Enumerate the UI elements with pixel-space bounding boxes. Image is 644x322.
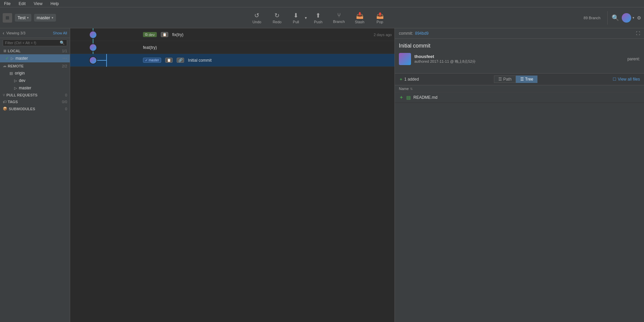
commit-title: Initial commit bbox=[399, 43, 640, 49]
tags-title: 🏷 TAGS bbox=[3, 100, 18, 104]
pull-requests-section: ⑂ PULL REQUESTS 0 bbox=[0, 92, 70, 98]
undo-button[interactable]: ↺ Undo bbox=[247, 10, 266, 26]
sidebar-item-origin-master[interactable]: ▷ master bbox=[0, 84, 70, 92]
menu-help[interactable]: Help bbox=[49, 1, 60, 6]
master-check-badge: ✓ bbox=[145, 58, 148, 62]
sidebar-item-origin-dev[interactable]: ▷ dev bbox=[0, 77, 70, 84]
commit-author-row: thousfeet authored 2017-11-11 @ 晚上8点52分 … bbox=[399, 53, 640, 65]
tree-tab[interactable]: ☰ Tree bbox=[516, 76, 537, 83]
view-all-files-link[interactable]: ☐ View all files bbox=[613, 77, 640, 82]
pop-label: Pop bbox=[377, 20, 383, 24]
remote-icon: ☁ bbox=[3, 64, 6, 68]
pull-icon: ⬇ bbox=[293, 12, 298, 19]
dev-icon-badge: 📋 bbox=[161, 32, 168, 37]
files-header: ＋ 1 added ☰ Path ☰ Tree ☐ View all files bbox=[395, 73, 644, 85]
branch-count-area: 89 Branch bbox=[581, 16, 603, 20]
commit-graph-feat bbox=[73, 41, 140, 54]
submodules-header[interactable]: 📦 SUBMODULES 0 bbox=[0, 105, 70, 112]
submodules-icon: 📦 bbox=[3, 107, 7, 111]
svg-rect-1 bbox=[6, 16, 9, 20]
pr-count: 0 bbox=[65, 93, 67, 97]
remote-section-title: ☁ REMOTE bbox=[3, 64, 24, 68]
toolbar: Test ▾ master ▾ ↺ Undo ↻ Redo ⬇ Pull ▾ ⬆… bbox=[0, 7, 644, 28]
app-icon[interactable] bbox=[3, 13, 12, 23]
stash-button[interactable]: 📥 Stash bbox=[350, 10, 369, 26]
commit-row-initial[interactable]: ✓ master 📋 🔗 Initial commit bbox=[70, 54, 394, 67]
sidebar-back-icon[interactable]: ‹ bbox=[3, 30, 4, 36]
origin-master-icon: ▷ bbox=[14, 86, 17, 90]
dev-branch-tag: ⧉ dev bbox=[143, 32, 157, 37]
sidebar-filter-area: 🔍 bbox=[3, 39, 67, 46]
sidebar-viewing: Viewing 3/3 bbox=[6, 31, 26, 35]
commit-message-initial: Initial commit bbox=[188, 58, 392, 63]
sidebar: ‹ Viewing 3/3 Show All 🔍 🖥 LOCAL 1/1 ✓ ▷… bbox=[0, 28, 70, 322]
master-icon-badge2: 🔗 bbox=[177, 58, 184, 63]
remote-section-header[interactable]: ☁ REMOTE 2/2 bbox=[0, 62, 70, 69]
files-view-tabs: ☰ Path ☰ Tree bbox=[494, 76, 537, 83]
redo-button[interactable]: ↻ Redo bbox=[268, 10, 287, 26]
added-icon: ＋ bbox=[399, 77, 403, 82]
local-section: 🖥 LOCAL 1/1 ✓ ▷ master ⋯ bbox=[0, 48, 70, 62]
repo-name: Test bbox=[18, 15, 26, 20]
settings-icon[interactable]: ⚙ bbox=[637, 15, 641, 21]
search-button[interactable]: 🔍 bbox=[612, 14, 619, 22]
user-avatar bbox=[622, 13, 631, 23]
show-all-link[interactable]: Show All bbox=[53, 31, 67, 35]
tags-section: 🏷 TAGS 0/0 bbox=[0, 98, 70, 105]
sort-icon: ⇅ bbox=[410, 87, 413, 91]
dev-tag-icon: ⧉ bbox=[145, 32, 148, 37]
local-section-header[interactable]: 🖥 LOCAL 1/1 bbox=[0, 48, 70, 54]
push-icon: ⬆ bbox=[316, 12, 321, 19]
file-name: README.md bbox=[413, 95, 437, 100]
expand-icon[interactable]: ⛶ bbox=[636, 31, 640, 36]
file-row-readme[interactable]: ＋ ▤ README.md bbox=[395, 92, 644, 103]
stash-icon: 📥 bbox=[356, 12, 363, 19]
tags-count: 0/0 bbox=[62, 100, 67, 104]
pull-requests-header[interactable]: ⑂ PULL REQUESTS 0 bbox=[0, 92, 70, 98]
submodules-section: 📦 SUBMODULES 0 bbox=[0, 105, 70, 112]
pr-icon: ⑂ bbox=[3, 93, 5, 97]
tags-header[interactable]: 🏷 TAGS 0/0 bbox=[0, 98, 70, 105]
branch-name: master bbox=[37, 15, 50, 20]
origin-dev-label: dev bbox=[19, 78, 67, 83]
redo-label: Redo bbox=[273, 20, 282, 24]
branch-selector[interactable]: master ▾ bbox=[34, 14, 56, 22]
user-avatar-area[interactable]: ▾ bbox=[622, 13, 634, 23]
toolbar-divider bbox=[607, 11, 608, 25]
repo-dropdown-arrow: ▾ bbox=[27, 16, 29, 20]
commit-graph-area: ⧉ dev 📋 fix(try) 2 days ago feat(try) bbox=[70, 28, 394, 322]
branch-dropdown-arrow: ▾ bbox=[52, 16, 53, 20]
pull-button[interactable]: ⬇ Pull bbox=[288, 10, 304, 26]
commit-label: commit: bbox=[399, 31, 413, 36]
menu-view[interactable]: View bbox=[32, 1, 44, 6]
sidebar-item-master-local[interactable]: ✓ ▷ master ⋯ bbox=[0, 54, 70, 62]
repo-selector[interactable]: Test ▾ bbox=[15, 14, 31, 22]
commit-row-feat[interactable]: feat(try) bbox=[70, 41, 394, 54]
redo-icon: ↻ bbox=[274, 12, 280, 19]
path-tab[interactable]: ☰ Path bbox=[494, 76, 516, 83]
commit-avatar-2 bbox=[89, 43, 97, 52]
pull-dropdown-arrow[interactable]: ▾ bbox=[304, 13, 308, 22]
filter-search-icon: 🔍 bbox=[60, 40, 65, 45]
branch-button[interactable]: ⑂ Branch bbox=[329, 10, 349, 26]
menu-edit[interactable]: Edit bbox=[17, 1, 27, 6]
path-tab-icon: ☰ bbox=[498, 77, 502, 82]
sidebar-filter-input[interactable] bbox=[5, 41, 60, 45]
menu-file[interactable]: File bbox=[3, 1, 12, 6]
master-icon-badge1: 📋 bbox=[165, 58, 173, 63]
push-button[interactable]: ⬆ Push bbox=[309, 10, 328, 26]
master-menu-icon[interactable]: ⋯ bbox=[62, 56, 67, 61]
origin-icon: ▤ bbox=[9, 71, 13, 76]
sidebar-item-origin[interactable]: ▤ origin bbox=[0, 69, 70, 77]
pop-button[interactable]: 📤 Pop bbox=[371, 10, 389, 26]
file-type-icon: ▤ bbox=[406, 95, 411, 100]
commit-info-initial: ✓ master 📋 🔗 Initial commit bbox=[140, 58, 392, 63]
commit-avatar-1 bbox=[89, 31, 97, 39]
sidebar-header: ‹ Viewing 3/3 Show All bbox=[0, 28, 70, 38]
local-count: 1/1 bbox=[62, 49, 67, 53]
remote-section: ☁ REMOTE 2/2 ▤ origin ▷ dev ▷ master bbox=[0, 62, 70, 92]
branch-icon: ⑂ bbox=[337, 12, 341, 19]
commit-row-fix[interactable]: ⧉ dev 📋 fix(try) 2 days ago bbox=[70, 28, 394, 41]
author-time: authored 2017-11-11 @ 晚上8点52分 bbox=[414, 59, 624, 64]
tags-icon: 🏷 bbox=[3, 100, 6, 104]
